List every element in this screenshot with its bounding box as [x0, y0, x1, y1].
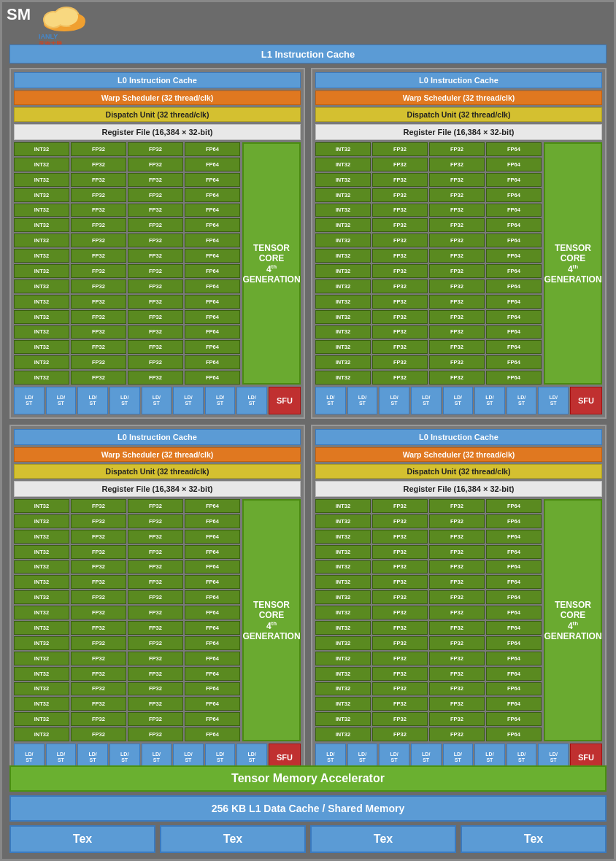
core-cell: FP32 — [372, 264, 428, 278]
ld-st-cell: LD/ST — [315, 387, 346, 414]
core-cell: FP32 — [71, 727, 126, 741]
core-cell: INT32 — [14, 310, 69, 324]
q1-compute-area: INT32FP32FP32FP64 INT32FP32FP32FP64 INT3… — [14, 142, 301, 385]
bottom-bars: Tensor Memory Accelerator 256 KB L1 Data… — [9, 765, 607, 853]
tex-unit-3: Tex — [310, 825, 456, 853]
tensor-core-line2: GENERATION — [544, 274, 601, 285]
core-cell: FP32 — [71, 295, 126, 309]
core-cell: FP32 — [429, 697, 485, 711]
core-cell: INT32 — [315, 514, 371, 528]
ld-st-cell: LD/ST — [411, 387, 442, 414]
core-cell: INT32 — [14, 340, 69, 354]
tensor-core-gen: 4th — [568, 263, 578, 274]
core-cell: FP32 — [128, 712, 183, 726]
q4-dispatch-unit: Dispatch Unit (32 thread/clk) — [315, 464, 602, 479]
core-cell: INT32 — [14, 712, 69, 726]
core-cell: FP64 — [185, 712, 240, 726]
q4-l0-cache: L0 Instruction Cache — [315, 429, 602, 445]
core-cell: FP32 — [372, 325, 428, 339]
core-cell: FP64 — [486, 652, 542, 665]
core-cell: FP32 — [372, 499, 428, 513]
quadrant-1: L0 Instruction Cache Warp Scheduler (32 … — [9, 68, 305, 419]
tex-row: Tex Tex Tex Tex — [9, 825, 607, 853]
q4-warp-scheduler: Warp Scheduler (32 thread/clk) — [315, 447, 602, 462]
core-cell: FP32 — [429, 355, 485, 369]
core-cell: FP32 — [71, 249, 126, 263]
core-cell: FP32 — [429, 667, 485, 681]
core-cell: FP32 — [429, 325, 485, 339]
core-cell: INT32 — [315, 233, 371, 247]
sm-container: SM IANLY 蓝海大脑 L1 Instruction Cache L0 In… — [0, 0, 616, 861]
core-cell: FP32 — [128, 325, 183, 339]
tensor-sup: th — [573, 263, 579, 270]
q4-tensor-core: TENSOR CORE 4th GENERATION — [544, 499, 602, 741]
core-cell: FP32 — [71, 530, 126, 544]
core-cell: FP32 — [429, 188, 485, 202]
core-cell: INT32 — [14, 233, 69, 247]
core-cell: FP32 — [128, 575, 183, 589]
core-cell: FP32 — [128, 340, 183, 354]
q2-tensor-core: TENSOR CORE 4th GENERATION — [544, 142, 602, 385]
svg-point-5 — [55, 8, 78, 26]
q2-warp-scheduler: Warp Scheduler (32 thread/clk) — [315, 90, 602, 105]
core-cell: INT32 — [315, 590, 371, 604]
core-cell: FP32 — [128, 514, 183, 528]
core-cell: FP32 — [372, 371, 428, 385]
core-cell: FP32 — [429, 652, 485, 665]
core-cell: INT32 — [315, 279, 371, 293]
core-cell: FP32 — [128, 371, 183, 385]
core-cell: FP64 — [185, 325, 240, 339]
core-cell: INT32 — [315, 249, 371, 263]
core-cell: FP64 — [486, 560, 542, 574]
quadrant-3: L0 Instruction Cache Warp Scheduler (32 … — [9, 425, 305, 776]
core-cell: FP32 — [429, 218, 485, 232]
core-cell: FP32 — [372, 340, 428, 354]
core-cell: FP64 — [486, 590, 542, 604]
ld-st-cell: LD/ST — [236, 387, 267, 414]
core-cell: FP32 — [71, 606, 126, 619]
q3-cores-grid: INT32FP32FP32FP64 INT32FP32FP32FP64 INT3… — [14, 499, 240, 741]
core-cell: INT32 — [315, 652, 371, 665]
core-cell: INT32 — [14, 325, 69, 339]
q4-compute-area: INT32FP32FP32FP64 INT32FP32FP32FP64 INT3… — [315, 499, 602, 741]
q2-bottom-row: LD/ST LD/ST LD/ST LD/ST LD/ST LD/ST LD/S… — [315, 387, 602, 414]
core-cell: INT32 — [315, 712, 371, 726]
core-cell: FP64 — [185, 158, 240, 171]
core-cell: INT32 — [315, 371, 371, 385]
core-cell: FP64 — [486, 173, 542, 187]
sm-label: SM — [7, 5, 31, 24]
core-cell: FP32 — [429, 727, 485, 741]
core-cell: INT32 — [315, 142, 371, 156]
core-cell: FP64 — [185, 499, 240, 513]
core-cell: INT32 — [315, 545, 371, 559]
core-cell: INT32 — [14, 545, 69, 559]
core-cell: FP32 — [128, 355, 183, 369]
tensor-core-line1: TENSOR CORE — [548, 243, 598, 263]
core-cell: FP64 — [486, 727, 542, 741]
core-cell: FP64 — [486, 371, 542, 385]
core-cell: FP64 — [185, 636, 240, 650]
core-cell: FP64 — [185, 355, 240, 369]
core-cell: INT32 — [315, 295, 371, 309]
core-cell: FP32 — [128, 636, 183, 650]
core-cell: FP32 — [372, 590, 428, 604]
q1-warp-scheduler: Warp Scheduler (32 thread/clk) — [14, 90, 301, 105]
core-cell: FP64 — [185, 249, 240, 263]
core-cell: INT32 — [14, 249, 69, 263]
core-cell: FP64 — [486, 545, 542, 559]
ld-st-cell: LD/ST — [46, 387, 77, 414]
core-cell: INT32 — [315, 682, 371, 696]
core-cell: INT32 — [315, 310, 371, 324]
core-cell: FP32 — [71, 325, 126, 339]
quadrant-4: L0 Instruction Cache Warp Scheduler (32 … — [311, 425, 607, 776]
core-cell: INT32 — [315, 697, 371, 711]
core-cell: FP32 — [372, 233, 428, 247]
q3-compute-area: INT32FP32FP32FP64 INT32FP32FP32FP64 INT3… — [14, 499, 301, 741]
core-cell: FP32 — [71, 514, 126, 528]
ld-st-cell: LD/ST — [77, 387, 108, 414]
q1-bottom-row: LD/ST LD/ST LD/ST LD/ST LD/ST LD/ST LD/S… — [14, 387, 301, 414]
core-cell: FP64 — [486, 682, 542, 696]
core-cell: INT32 — [14, 295, 69, 309]
core-cell: INT32 — [315, 636, 371, 650]
core-cell: FP32 — [128, 652, 183, 665]
